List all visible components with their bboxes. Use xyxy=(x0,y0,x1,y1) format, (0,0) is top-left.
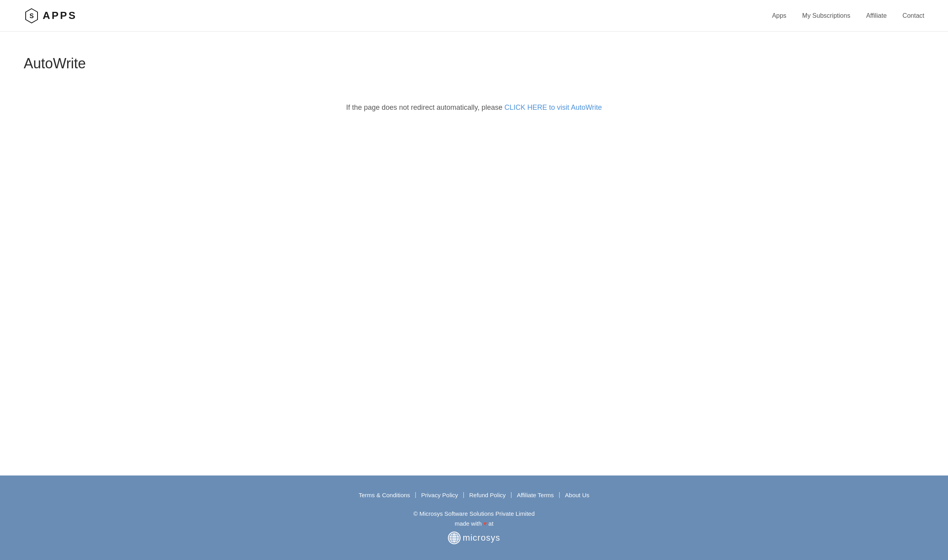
main-content: AutoWrite If the page does not redirect … xyxy=(0,32,948,475)
nav-apps[interactable]: Apps xyxy=(772,12,786,19)
microsys-logo: microsys xyxy=(8,532,940,544)
logo-text: APPS xyxy=(43,9,77,22)
logo-icon: S xyxy=(24,8,40,24)
footer-link-3[interactable]: Affiliate Terms xyxy=(512,492,559,498)
site-header: S APPS Apps My Subscriptions Affiliate C… xyxy=(0,0,948,32)
svg-text:S: S xyxy=(30,13,34,19)
logo-link[interactable]: S APPS xyxy=(24,8,77,24)
main-nav: Apps My Subscriptions Affiliate Contact xyxy=(772,12,924,19)
redirect-text: If the page does not redirect automatica… xyxy=(346,103,504,111)
footer-made-with: made with ♥ at xyxy=(8,520,940,527)
nav-subscriptions[interactable]: My Subscriptions xyxy=(802,12,850,19)
heart-icon: ♥ xyxy=(483,520,488,527)
globe-svg xyxy=(449,532,460,543)
footer-separator: | xyxy=(559,491,560,498)
microsys-globe-icon xyxy=(448,532,461,544)
footer-link-0[interactable]: Terms & Conditions xyxy=(354,492,415,498)
microsys-brand-text: microsys xyxy=(463,533,500,543)
footer-copyright: © Microsys Software Solutions Private Li… xyxy=(8,510,940,517)
redirect-message: If the page does not redirect automatica… xyxy=(24,103,924,112)
footer-separator: | xyxy=(415,491,416,498)
site-footer: Terms & Conditions | Privacy Policy | Re… xyxy=(0,475,948,560)
footer-links: Terms & Conditions | Privacy Policy | Re… xyxy=(8,491,940,498)
redirect-link[interactable]: CLICK HERE to visit AutoWrite xyxy=(504,103,602,111)
footer-separator: | xyxy=(510,491,512,498)
footer-separator: | xyxy=(463,491,465,498)
page-title: AutoWrite xyxy=(24,55,924,72)
footer-link-4[interactable]: About Us xyxy=(560,492,594,498)
nav-contact[interactable]: Contact xyxy=(903,12,924,19)
footer-link-1[interactable]: Privacy Policy xyxy=(416,492,463,498)
footer-link-2[interactable]: Refund Policy xyxy=(465,492,511,498)
nav-affiliate[interactable]: Affiliate xyxy=(866,12,887,19)
